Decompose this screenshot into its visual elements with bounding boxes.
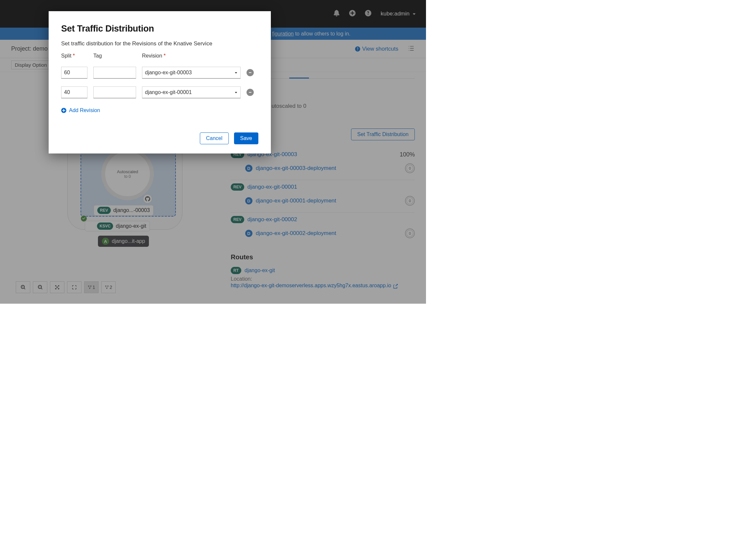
save-button[interactable]: Save bbox=[234, 132, 258, 144]
minus-icon bbox=[249, 91, 252, 94]
add-revision-button[interactable]: Add Revision bbox=[61, 108, 258, 114]
revision-select[interactable]: django-ex-git-00001 bbox=[142, 86, 241, 98]
modal-description: Set traffic distribution for the Revisio… bbox=[61, 40, 258, 47]
modal-overlay[interactable]: Set Traffic Distribution Set traffic dis… bbox=[0, 0, 426, 304]
traffic-row: django-ex-git-00001 bbox=[61, 86, 258, 98]
set-traffic-modal: Set Traffic Distribution Set traffic dis… bbox=[49, 11, 271, 153]
tag-label: Tag bbox=[93, 53, 136, 59]
revision-select[interactable]: django-ex-git-00003 bbox=[142, 67, 241, 79]
split-input[interactable] bbox=[61, 67, 87, 79]
plus-circle-icon bbox=[61, 108, 66, 113]
remove-row-button[interactable] bbox=[247, 69, 254, 76]
cancel-button[interactable]: Cancel bbox=[200, 132, 229, 144]
modal-column-headers: Split Tag Revision bbox=[61, 53, 258, 59]
modal-title: Set Traffic Distribution bbox=[61, 24, 258, 34]
tag-input[interactable] bbox=[93, 86, 136, 98]
minus-icon bbox=[249, 71, 252, 74]
revision-label: Revision bbox=[142, 53, 241, 59]
split-label: Split bbox=[61, 53, 87, 59]
split-input[interactable] bbox=[61, 86, 87, 98]
traffic-row: django-ex-git-00003 bbox=[61, 67, 258, 79]
tag-input[interactable] bbox=[93, 67, 136, 79]
remove-row-button[interactable] bbox=[247, 89, 254, 96]
caret-down-icon bbox=[234, 91, 238, 94]
caret-down-icon bbox=[234, 71, 238, 74]
